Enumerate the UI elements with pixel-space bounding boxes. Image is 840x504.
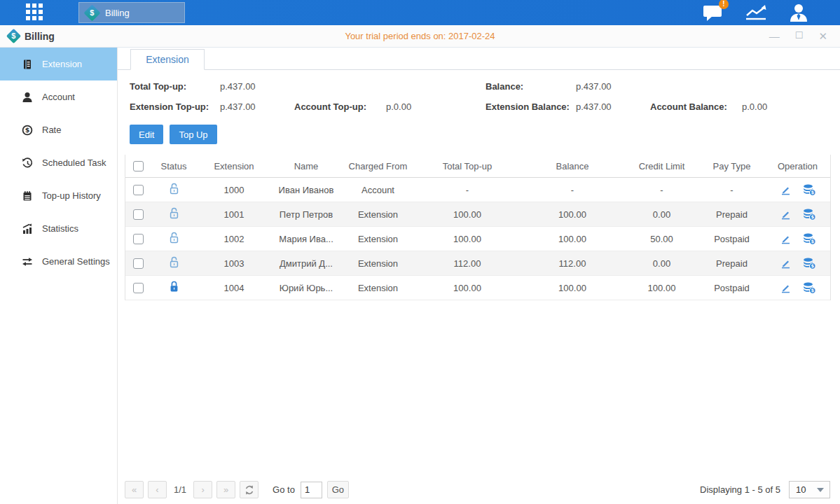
last-page-button[interactable]: » [216,481,235,498]
tab-extension[interactable]: Extension [130,49,205,70]
top-up-row-icon[interactable]: $ [803,184,816,196]
top-up-row-icon[interactable]: $ [803,282,816,294]
sidebar-item-general-settings[interactable]: General Settings [0,245,117,278]
cell-total-topup: 100.00 [415,209,520,220]
edit-row-icon[interactable] [780,233,792,245]
sidebar-item-label: Scheduled Task [42,158,106,168]
sidebar: Extension Account $ Rate [0,48,118,504]
displaying-info: Displaying 1 - 5 of 5 [700,484,780,495]
table-header-row: Status Extension Name Charged From Total… [125,155,830,178]
cell-extension: 1001 [197,209,271,220]
row-checkbox[interactable] [133,258,144,269]
main-content: Extension Total Top-up: p.437.00 Extensi… [118,48,840,504]
cell-name: Петр Петров [271,209,341,220]
titlebar: $ Billing Your trial period ends on: 201… [0,25,840,48]
table-body: 1000 Иван Иванов Account - - - - [125,178,830,300]
cell-extension: 1002 [197,234,271,244]
edit-button[interactable]: Edit [130,125,163,144]
sidebar-item-label: Top-up History [42,190,101,201]
col-balance: Balance [520,161,625,172]
cell-charged-from: Extension [341,234,415,244]
page-size-select[interactable]: 10 [789,481,830,498]
col-extension: Extension [197,161,271,172]
col-operation: Operation [765,161,830,172]
svg-text:$: $ [811,214,814,220]
app-grid-icon[interactable] [26,4,44,22]
extension-balance-label: Extension Balance: [486,102,576,112]
maximize-icon[interactable]: ☐ [795,31,804,41]
col-name: Name [271,161,341,172]
status-lock-icon [151,281,197,295]
sidebar-item-extension[interactable]: Extension [0,48,117,80]
cell-charged-from: Account [341,185,415,195]
sidebar-item-label: Account [42,92,75,102]
user-account-icon[interactable] [789,4,808,22]
status-lock-icon [151,183,197,197]
chevron-down-icon [817,488,824,492]
sidebar-item-statistics[interactable]: Statistics [0,212,117,245]
window-title-group: $ Billing [8,31,55,42]
top-up-row-icon[interactable]: $ [803,209,816,220]
top-up-button[interactable]: Top Up [170,125,216,144]
messages-icon[interactable]: ! [703,4,723,22]
edit-row-icon[interactable] [780,209,792,220]
sidebar-item-scheduled-task[interactable]: Scheduled Task [0,146,117,179]
sidebar-item-rate[interactable]: $ Rate [0,113,117,146]
cell-balance: 100.00 [520,209,625,220]
cell-charged-from: Extension [341,209,415,220]
edit-row-icon[interactable] [780,282,792,294]
table-row: 1001 Петр Петров Extension 100.00 100.00… [125,202,830,227]
dollar-circle-icon: $ [22,125,33,136]
row-checkbox[interactable] [133,283,144,293]
edit-row-icon[interactable] [780,184,792,196]
table-row: 1000 Иван Иванов Account - - - - [125,178,830,202]
row-checkbox[interactable] [133,185,144,195]
cell-extension: 1004 [197,283,271,293]
cell-credit-limit: - [625,185,698,195]
row-checkbox[interactable] [133,234,144,244]
goto-label: Go to [273,484,295,495]
status-lock-icon [151,207,197,221]
select-all-checkbox[interactable] [133,161,144,172]
row-checkbox[interactable] [133,209,144,220]
balance-value: p.437.00 [576,81,650,92]
cell-total-topup: 112.00 [415,258,520,269]
col-charged-from: Charged From [341,161,415,172]
clock-icon [22,158,33,169]
table-row: 1002 Мария Ива... Extension 100.00 100.0… [125,227,830,251]
notification-badge: ! [719,0,729,9]
taskbar-tab-billing[interactable]: $ Billing [78,2,185,23]
reports-chart-icon[interactable] [744,4,768,21]
ledger-icon [22,59,33,70]
pagination-bar: « ‹ 1/1 › » Go to Go Displaying [125,481,830,498]
go-button[interactable]: Go [327,481,349,498]
account-topup-label: Account Top-up: [294,102,386,112]
close-icon[interactable]: ✕ [818,31,827,41]
unlocked-icon [169,207,179,219]
edit-row-icon[interactable] [780,258,792,270]
cell-pay-type: Postpaid [698,234,765,244]
cell-pay-type: Postpaid [698,283,765,293]
top-up-row-icon[interactable]: $ [803,233,816,245]
sidebar-item-label: Extension [42,59,82,69]
sidebar-item-topup-history[interactable]: Top-up History [0,179,117,212]
unlocked-icon [169,183,179,195]
goto-page-input[interactable] [301,482,322,498]
refresh-button[interactable] [240,481,259,498]
prev-page-button[interactable]: ‹ [148,481,167,498]
cell-charged-from: Extension [341,258,415,269]
status-lock-icon [151,232,197,246]
unlocked-icon [169,232,179,244]
next-page-button[interactable]: › [193,481,212,498]
sidebar-item-account[interactable]: Account [0,80,117,113]
cell-total-topup: 100.00 [415,234,520,244]
window-controls: — ☐ ✕ [769,31,827,41]
top-up-row-icon[interactable]: $ [803,258,816,270]
minimize-icon[interactable]: — [769,31,780,41]
cell-pay-type: Prepaid [698,209,765,220]
table-row: 1004 Юрий Юрь... Extension 100.00 100.00… [125,276,830,300]
first-page-button[interactable]: « [125,481,144,498]
svg-text:$: $ [811,190,814,195]
status-lock-icon [151,256,197,270]
stats-icon [22,223,33,234]
